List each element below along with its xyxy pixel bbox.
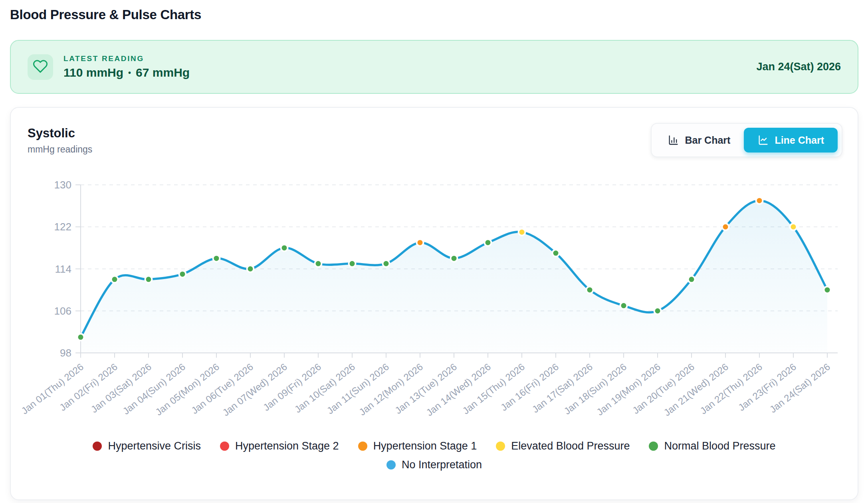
legend-dot-crisis <box>93 442 102 451</box>
legend-label: Hypertension Stage 1 <box>373 440 477 452</box>
data-point[interactable] <box>688 276 695 283</box>
data-point[interactable] <box>315 260 322 267</box>
data-point[interactable] <box>790 224 797 230</box>
x-axis-label: Jan 02(Fri) 2026 <box>57 361 119 413</box>
x-axis-label: Jan 22(Thu) 2026 <box>698 361 764 416</box>
data-point[interactable] <box>77 334 84 341</box>
data-point[interactable] <box>145 276 152 283</box>
systolic-value: 110 mmHg <box>63 66 123 79</box>
data-point[interactable] <box>620 302 627 309</box>
x-axis-label: Jan 23(Fri) 2026 <box>736 361 798 413</box>
y-axis-label: 106 <box>54 305 71 317</box>
legend-item-elevated: Elevated Blood Pressure <box>496 440 630 452</box>
chart-header: Systolic mmHg readings <box>28 126 92 155</box>
x-axis-label: Jan 15(Thu) 2026 <box>460 361 527 416</box>
chart-card: Systolic mmHg readings Bar Chart <box>10 107 858 500</box>
x-axis-label: Jan 05(Mon) 2026 <box>153 361 221 418</box>
bar-chart-button-label: Bar Chart <box>685 135 730 145</box>
legend-dot-none <box>386 460 396 469</box>
y-axis-label: 122 <box>54 221 71 233</box>
heart-icon-box <box>28 54 53 80</box>
latest-reading-text: LATEST READING 110 mmHg • 67 mmHg <box>63 54 190 79</box>
x-axis-label: Jan 09(Fri) 2026 <box>261 361 323 413</box>
latest-reading-date: Jan 24(Sat) 2026 <box>756 61 841 73</box>
chart-legend: Hypertensive CrisisHypertension Stage 2H… <box>55 440 814 471</box>
legend-label: Hypertension Stage 2 <box>235 440 339 452</box>
bar-chart-button[interactable]: Bar Chart <box>656 128 742 152</box>
data-point[interactable] <box>451 255 458 262</box>
data-point[interactable] <box>485 239 491 246</box>
line-chart-button-label: Line Chart <box>775 135 824 145</box>
x-axis-label: Jan 12(Mon) 2026 <box>357 361 425 418</box>
x-axis-label: Jan 24(Sat) 2026 <box>767 361 832 415</box>
legend-item-normal: Normal Blood Pressure <box>649 440 775 452</box>
data-point[interactable] <box>553 250 559 257</box>
heart-icon <box>33 59 48 75</box>
line-chart-button[interactable]: Line Chart <box>744 128 838 152</box>
data-point[interactable] <box>654 307 661 314</box>
x-axis-label: Jan 17(Sat) 2026 <box>530 361 595 415</box>
y-axis-label: 114 <box>55 263 71 275</box>
data-point[interactable] <box>756 197 763 204</box>
data-point[interactable] <box>281 244 288 251</box>
chart-title: Systolic <box>28 126 92 141</box>
x-axis-label: Jan 10(Sat) 2026 <box>292 361 357 415</box>
legend-dot-normal <box>649 442 658 451</box>
data-point[interactable] <box>247 265 254 272</box>
x-axis-label: Jan 03(Sat) 2026 <box>89 361 153 415</box>
systolic-line-chart[interactable]: 98106114122130Jan 01(Thu) 2026Jan 02(Fri… <box>11 172 858 433</box>
data-point[interactable] <box>824 287 831 293</box>
legend-item-stage2: Hypertension Stage 2 <box>220 440 339 452</box>
x-axis-label: Jan 16(Fri) 2026 <box>499 361 561 413</box>
latest-reading-values: 110 mmHg • 67 mmHg <box>63 66 190 79</box>
y-axis-label: 130 <box>54 179 71 191</box>
legend-item-crisis: Hypertensive Crisis <box>93 440 201 452</box>
line-chart-icon <box>757 135 769 146</box>
data-point[interactable] <box>417 239 424 246</box>
diastolic-value: 67 mmHg <box>136 66 190 79</box>
page: Blood Pressure & Pulse Charts LATEST REA… <box>0 0 868 503</box>
latest-reading-summary: LATEST READING 110 mmHg • 67 mmHg <box>28 54 190 80</box>
legend-label: Normal Blood Pressure <box>664 440 775 452</box>
data-point[interactable] <box>349 260 356 267</box>
x-axis-label: Jan 01(Thu) 2026 <box>19 361 85 416</box>
latest-reading-label: LATEST READING <box>63 54 190 63</box>
bar-chart-icon <box>668 135 679 146</box>
legend-dot-elevated <box>496 442 505 451</box>
data-point[interactable] <box>179 271 186 277</box>
legend-label: Hypertensive Crisis <box>108 440 201 452</box>
data-point[interactable] <box>111 276 118 283</box>
legend-dot-stage1 <box>358 442 367 451</box>
line-area-fill <box>81 200 827 353</box>
legend-item-stage1: Hypertension Stage 1 <box>358 440 477 452</box>
reading-separator: • <box>128 68 131 77</box>
page-title: Blood Pressure & Pulse Charts <box>10 7 201 22</box>
legend-label: No Interpretation <box>402 459 482 471</box>
legend-label: Elevated Blood Pressure <box>511 440 630 452</box>
data-point[interactable] <box>587 287 593 293</box>
data-point[interactable] <box>519 229 525 236</box>
y-axis-label: 98 <box>60 347 71 359</box>
legend-item-none: No Interpretation <box>386 459 482 471</box>
legend-dot-stage2 <box>220 442 229 451</box>
x-axis-label: Jan 19(Mon) 2026 <box>595 361 662 418</box>
data-point[interactable] <box>722 224 729 230</box>
data-point[interactable] <box>383 260 390 267</box>
latest-reading-banner: LATEST READING 110 mmHg • 67 mmHg Jan 24… <box>10 40 858 94</box>
chart-type-toggle: Bar Chart Line Chart <box>651 123 842 157</box>
data-point[interactable] <box>213 255 220 262</box>
chart-subtitle: mmHg readings <box>28 144 92 155</box>
